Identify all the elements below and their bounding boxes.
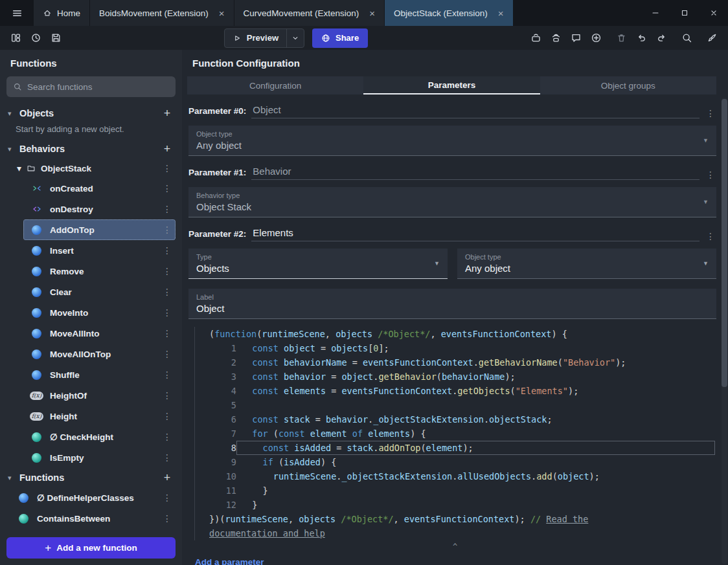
field-object-type[interactable]: Object typeAny object▼ <box>188 126 716 156</box>
tab-boidsmovement-extension[interactable]: BoidsMovement (Extension)× <box>90 0 234 26</box>
preview-options-button[interactable] <box>287 29 304 47</box>
code-line[interactable]: 7 for (const element of elements) { <box>195 427 715 441</box>
parameter-0-name-input[interactable]: Object <box>251 104 700 118</box>
function-item-checkheight[interactable]: ∅ CheckHeight⋮ <box>23 427 176 447</box>
code-line[interactable]: 12 } <box>195 498 715 512</box>
function-item-height[interactable]: f(x)Height⋮ <box>23 406 176 427</box>
code-wrapper-top[interactable]: (function(runtimeScene, objects /*Object… <box>195 327 715 341</box>
code-wrapper-bottom[interactable]: })(runtimeScene, objects /*Object*/, eve… <box>195 512 715 526</box>
code-line[interactable]: 2 const behaviorName = eventsFunctionCon… <box>195 355 715 370</box>
scrollbar-thumb[interactable] <box>722 99 727 387</box>
undo-button[interactable] <box>632 28 651 47</box>
scrollbar[interactable] <box>722 98 727 564</box>
preview-button[interactable]: Preview <box>225 29 286 47</box>
section-objects[interactable]: ▾Objects+ <box>0 104 182 123</box>
tab-close-icon[interactable]: × <box>369 8 375 19</box>
search-functions-input[interactable] <box>27 82 169 92</box>
add-icon[interactable]: + <box>160 107 174 120</box>
tab-configuration[interactable]: Configuration <box>187 76 363 94</box>
kebab-menu-icon[interactable]: ⋮ <box>161 183 173 194</box>
chevron-down-icon[interactable]: ▾ <box>8 474 14 482</box>
kebab-menu-icon[interactable]: ⋮ <box>161 204 173 214</box>
edit-theme-button[interactable] <box>703 28 722 47</box>
function-item-ondestroy[interactable]: onDestroy⋮ <box>23 199 176 219</box>
kebab-menu-icon[interactable]: ⋮ <box>161 328 173 338</box>
save-button[interactable] <box>47 28 65 47</box>
feedback-button[interactable] <box>567 28 586 47</box>
trash-button[interactable] <box>612 28 631 47</box>
code-line[interactable]: 10 runtimeScene._objectStackExtension.al… <box>195 469 715 483</box>
kebab-menu-icon[interactable]: ⋮ <box>161 432 173 442</box>
function-item-remove[interactable]: Remove⋮ <box>23 261 176 282</box>
code-line[interactable]: 4 const elements = eventsFunctionContext… <box>195 384 715 398</box>
code-line[interactable]: 5 <box>195 398 715 412</box>
network-preview-button[interactable] <box>547 28 565 47</box>
code-wrapper-bottom-cont[interactable]: documentation and help <box>195 526 715 540</box>
documentation-link[interactable]: Read the <box>546 514 588 524</box>
history-button[interactable] <box>27 28 45 47</box>
code-line[interactable]: 1 const object = objects[0]; <box>195 341 715 355</box>
parameter-1-name-input[interactable]: Behavior <box>251 166 700 180</box>
kebab-menu-icon[interactable]: ⋮ <box>161 513 173 524</box>
tab-close-icon[interactable]: × <box>219 8 225 19</box>
function-item-shuffle[interactable]: Shuffle⋮ <box>23 364 176 385</box>
tab-home[interactable]: Home <box>34 0 89 26</box>
kebab-menu-icon[interactable]: ⋮ <box>161 349 173 359</box>
kebab-menu-icon[interactable]: ⋮ <box>161 307 173 318</box>
folder-objectstack[interactable]: ▾ObjectStack⋮ <box>0 159 182 178</box>
tab-curvedmovement-extension[interactable]: CurvedMovement (Extension)× <box>234 0 384 26</box>
kebab-menu-icon[interactable]: ⋮ <box>705 108 716 118</box>
function-item-clear[interactable]: Clear⋮ <box>23 282 176 302</box>
kebab-menu-icon[interactable]: ⋮ <box>705 170 716 180</box>
chevron-down-icon[interactable]: ▾ <box>8 145 14 153</box>
code-line[interactable]: 3 const behavior = object.getBehavior(be… <box>195 370 715 384</box>
kebab-menu-icon[interactable]: ⋮ <box>161 452 173 463</box>
chevron-down-icon[interactable]: ▾ <box>8 109 14 118</box>
kebab-menu-icon[interactable]: ⋮ <box>161 163 173 173</box>
debugger-button[interactable] <box>527 28 545 47</box>
code-line[interactable]: 9 if (isAdded) { <box>195 455 715 469</box>
code-line[interactable]: 6 const stack = behavior._objectStackExt… <box>195 412 715 427</box>
add-icon[interactable]: + <box>160 142 174 156</box>
kebab-menu-icon[interactable]: ⋮ <box>161 493 173 503</box>
kebab-menu-icon[interactable]: ⋮ <box>161 287 173 297</box>
kebab-menu-icon[interactable]: ⋮ <box>161 225 173 235</box>
function-item-moveallontop[interactable]: MoveAllOnTop⋮ <box>23 344 176 364</box>
function-item-containsbetween[interactable]: ContainsBetween⋮ <box>10 508 176 529</box>
kebab-menu-icon[interactable]: ⋮ <box>161 390 173 401</box>
add-parameter-button[interactable]: Add a parameter <box>195 557 728 565</box>
function-item-addontop[interactable]: AddOnTop⋮ <box>23 219 176 240</box>
menu-button[interactable] <box>0 0 34 26</box>
function-item-insert[interactable]: Insert⋮ <box>23 240 176 261</box>
tab-close-icon[interactable]: × <box>498 8 504 19</box>
function-item-oncreated[interactable]: onCreated⋮ <box>23 178 176 199</box>
field-type[interactable]: TypeObjects▼ <box>188 249 448 279</box>
section-functions[interactable]: ▾Functions+ <box>0 468 182 487</box>
redo-button[interactable] <box>652 28 671 47</box>
publish-button[interactable] <box>587 28 606 47</box>
share-button[interactable]: Share <box>312 28 368 48</box>
function-item-moveinto[interactable]: MoveInto⋮ <box>23 302 176 323</box>
tab-object-groups[interactable]: Object groups <box>540 76 716 94</box>
search-button[interactable] <box>677 28 696 47</box>
documentation-link[interactable]: documentation and help <box>209 528 325 538</box>
close-window-button[interactable] <box>699 0 728 26</box>
editor-expand-hint[interactable]: ^ <box>182 542 728 551</box>
function-item-isempty[interactable]: IsEmpty⋮ <box>23 447 176 468</box>
layout-panels-button[interactable] <box>6 28 25 47</box>
field-label[interactable]: LabelObject <box>188 289 716 319</box>
kebab-menu-icon[interactable]: ⋮ <box>705 231 716 241</box>
tab-parameters[interactable]: Parameters <box>363 76 540 94</box>
code-line[interactable]: 11 } <box>195 483 715 498</box>
chevron-down-icon[interactable]: ▾ <box>17 163 21 173</box>
code-editor[interactable]: (function(runtimeScene, objects /*Object… <box>194 327 715 540</box>
minimize-window-button[interactable] <box>641 0 670 26</box>
kebab-menu-icon[interactable]: ⋮ <box>161 411 173 421</box>
section-behaviors[interactable]: ▾Behaviors+ <box>0 139 182 159</box>
function-item-definehelperclasses[interactable]: ∅ DefineHelperClasses⋮ <box>10 487 176 508</box>
function-item-heightof[interactable]: f(x)HeightOf⋮ <box>23 385 176 406</box>
tab-objectstack-extension[interactable]: ObjectStack (Extension)× <box>385 0 513 26</box>
kebab-menu-icon[interactable]: ⋮ <box>161 245 173 256</box>
code-line[interactable]: 8 const isAdded = stack.addOnTop(element… <box>195 441 715 455</box>
add-icon[interactable]: + <box>160 471 174 485</box>
